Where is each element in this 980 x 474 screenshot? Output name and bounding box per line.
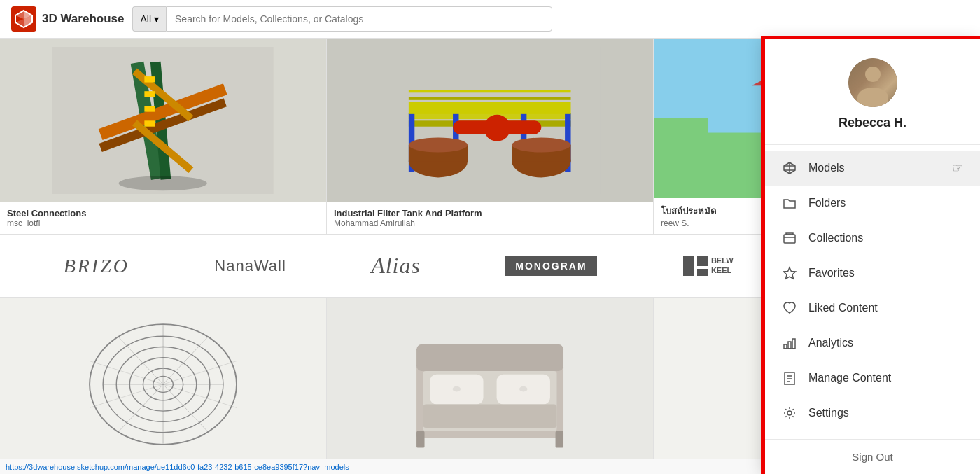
sign-out-section: Sign Out [765,439,980,474]
svg-point-30 [409,137,468,152]
menu-item-analytics[interactable]: Analytics [765,326,980,361]
brand-alias[interactable]: Alias [371,253,421,279]
menu-item-liked-content[interactable]: Liked Content [765,291,980,326]
settings-icon [782,405,797,421]
bottom-card[interactable] [327,298,654,470]
svg-rect-78 [784,235,795,243]
brand-nanawall[interactable]: NanaWall [214,257,286,275]
svg-rect-14 [145,91,155,97]
svg-rect-79 [786,233,793,235]
menu-item-favorites[interactable]: Favorites [765,256,980,291]
basket-model-svg [24,311,302,458]
svg-rect-83 [788,342,791,349]
model-title: Steel Connections [7,208,319,218]
status-url: https://3dwarehouse.sketchup.com/manage/… [6,463,349,471]
svg-point-67 [453,386,461,391]
favorites-label: Favorites [808,267,855,279]
brand-monogram[interactable]: MONOGRAM [505,256,596,276]
logo-icon [11,6,36,32]
svg-point-90 [788,411,792,415]
sign-out-button[interactable]: Sign Out [852,451,892,463]
model-card[interactable]: Industrial Filter Tank And Platform Moha… [327,39,654,234]
liked-content-label: Liked Content [808,302,878,314]
avatar [848,58,897,107]
model-title: Industrial Filter Tank And Platform [334,208,646,218]
user-name: Rebecca H. [839,116,906,130]
main-content: Steel Connections msc_lotfi [0,39,980,474]
model-info: Steel Connections msc_lotfi [0,202,326,234]
svg-rect-13 [145,76,155,82]
favorites-icon [782,265,797,281]
cursor-icon: ☞ [952,160,963,176]
manage-content-label: Manage Content [808,372,891,384]
brand-brizo[interactable]: BRIZO [64,255,130,277]
menu-item-settings[interactable]: Settings [765,396,980,431]
svg-rect-15 [145,106,155,111]
user-profile-section: Rebecca H. [765,39,980,145]
svg-rect-82 [784,344,787,349]
user-dropdown-panel: Rebecca H. Models ☞ [763,39,980,474]
svg-rect-16 [145,120,155,126]
search-dropdown[interactable]: All ▾ [132,6,166,32]
svg-rect-25 [409,102,571,114]
folders-label: Folders [808,197,846,209]
svg-point-68 [519,386,527,391]
analytics-icon [782,335,797,351]
model-thumbnail [327,39,653,202]
svg-rect-34 [409,97,571,99]
chevron-down-icon: ▾ [154,13,159,25]
belw-logo-icon [682,253,710,279]
svg-rect-27 [453,120,541,134]
model-author: Mohammad Amirullah [334,218,646,228]
collections-label: Collections [808,232,863,244]
industrial-model-svg [343,47,636,195]
analytics-label: Analytics [808,337,853,349]
bottom-card[interactable] [0,298,327,470]
bed-model-svg [351,311,629,458]
header: 3D Warehouse All ▾ [0,0,980,39]
menu-item-collections[interactable]: Collections [765,221,980,256]
settings-label: Settings [808,407,849,419]
models-icon [782,160,797,176]
model-info: Industrial Filter Tank And Platform Moha… [327,202,653,234]
model-card[interactable]: Steel Connections msc_lotfi [0,39,327,234]
model-author: msc_lotfi [7,218,319,228]
menu-items: Models ☞ Folders [765,145,980,439]
svg-rect-66 [424,404,557,427]
avatar-image [848,58,897,107]
svg-rect-35 [409,90,571,92]
collections-icon [782,230,797,246]
model-thumbnail [0,39,326,202]
svg-rect-62 [416,344,564,370]
liked-content-icon [782,300,797,316]
folders-icon [782,195,797,211]
svg-rect-45 [697,256,708,266]
svg-rect-44 [683,256,694,276]
models-label: Models [808,162,845,174]
manage-content-icon [782,370,797,386]
svg-point-33 [512,137,571,152]
svg-rect-70 [556,431,564,447]
brand-belwkeel[interactable]: BELW KEEL [682,253,734,279]
search-input[interactable] [166,6,552,32]
svg-point-17 [119,176,207,190]
search-dropdown-label: All [140,13,151,25]
svg-marker-81 [784,267,796,279]
svg-rect-84 [792,339,795,349]
steel-model-svg [16,47,309,195]
menu-item-manage-content[interactable]: Manage Content [765,361,980,396]
menu-item-folders[interactable]: Folders [765,186,980,221]
svg-rect-69 [416,431,424,447]
brand-belw-text: BELW KEEL [711,256,734,274]
svg-rect-46 [697,269,708,276]
search-container: All ▾ [132,6,552,32]
menu-item-models[interactable]: Models ☞ [765,151,980,186]
logo[interactable]: 3D Warehouse [11,6,124,32]
logo-text: 3D Warehouse [42,12,124,26]
